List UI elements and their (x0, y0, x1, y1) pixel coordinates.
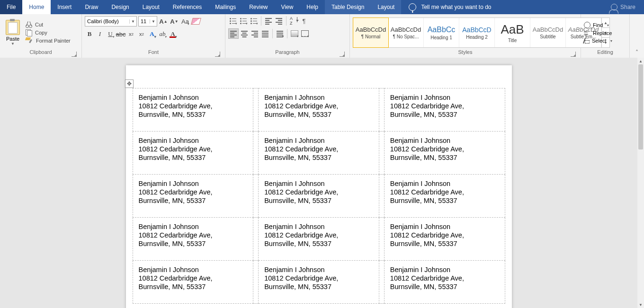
group-label-paragraph: Paragraph (275, 49, 299, 55)
dialog-launcher-icon[interactable] (215, 52, 220, 57)
paste-button[interactable]: Paste ▼ (3, 20, 23, 46)
replace-button[interactable]: Replace (584, 30, 613, 36)
sort-button[interactable] (289, 16, 298, 26)
grow-font-button[interactable]: A▲ (159, 17, 168, 26)
address-street: 10812 Cedarbridge Ave, (139, 188, 248, 196)
scroll-down-button[interactable]: ▼ (637, 301, 644, 308)
label-cell[interactable]: Benjamin I Johnson10812 Cedarbridge Ave,… (384, 132, 505, 175)
tab-table-design[interactable]: Table Design (325, 0, 371, 14)
font-color-button[interactable]: A (168, 29, 178, 39)
label-cell[interactable]: Benjamin I Johnson10812 Cedarbridge Ave,… (133, 261, 253, 304)
label-cell[interactable]: Benjamin I Johnson10812 Cedarbridge Ave,… (133, 88, 253, 132)
address-street: 10812 Cedarbridge Ave, (264, 102, 373, 110)
tab-references[interactable]: References (166, 0, 208, 14)
address-name: Benjamin I Johnson (390, 93, 499, 102)
style-title[interactable]: AaBTitle (495, 18, 530, 47)
label-cell[interactable]: Benjamin I Johnson10812 Cedarbridge Ave,… (384, 175, 505, 218)
bullets-button[interactable] (228, 16, 238, 26)
label-cell[interactable]: Benjamin I Johnson10812 Cedarbridge Ave,… (384, 88, 505, 132)
chevron-down-icon[interactable]: ▼ (129, 19, 136, 24)
table-move-handle[interactable]: ✥ (125, 79, 134, 88)
label-cell[interactable]: Benjamin I Johnson10812 Cedarbridge Ave,… (259, 261, 379, 304)
chevron-down-icon[interactable]: ▼ (606, 24, 609, 27)
vertical-scrollbar[interactable]: ▲ ▼ (637, 58, 644, 308)
shading-button[interactable] (290, 29, 299, 38)
align-center-button[interactable] (240, 29, 249, 38)
style--no-spac-[interactable]: AaBbCcDd¶ No Spac... (388, 18, 424, 47)
strikethrough-button[interactable]: abc (116, 29, 125, 39)
labels-table[interactable]: Benjamin I Johnson10812 Cedarbridge Ave,… (133, 88, 505, 304)
label-gap (253, 132, 259, 175)
group-styles: AaBbCcDd¶ NormalAaBbCcDd¶ No Spac...AaBb… (350, 14, 581, 58)
label-cell[interactable]: Benjamin I Johnson10812 Cedarbridge Ave,… (259, 132, 379, 175)
label-cell[interactable]: Benjamin I Johnson10812 Cedarbridge Ave,… (259, 175, 379, 218)
tab-help[interactable]: Help (300, 0, 325, 14)
align-right-button[interactable] (250, 29, 259, 38)
font-size-combo[interactable]: 11▼ (138, 16, 157, 26)
chevron-down-icon[interactable]: ▼ (610, 39, 613, 43)
tab-layout[interactable]: Layout (136, 0, 166, 14)
bold-button[interactable]: B (85, 29, 94, 39)
decrease-indent-button[interactable] (264, 16, 273, 26)
increase-indent-button[interactable] (274, 16, 284, 26)
subscript-button[interactable]: x2 (126, 29, 136, 39)
scroll-up-button[interactable]: ▲ (637, 58, 644, 64)
dialog-launcher-icon[interactable] (340, 52, 345, 57)
tab-review[interactable]: Review (242, 0, 274, 14)
font-name-combo[interactable]: Calibri (Body)▼ (85, 16, 137, 26)
shrink-font-button[interactable]: A▼ (170, 17, 179, 26)
scroll-track[interactable] (637, 64, 644, 301)
document-canvas[interactable]: ✥ Benjamin I Johnson10812 Cedarbridge Av… (0, 58, 637, 308)
tab-draw[interactable]: Draw (78, 0, 105, 14)
label-cell[interactable]: Benjamin I Johnson10812 Cedarbridge Ave,… (133, 132, 253, 175)
text-effects-button[interactable]: A (147, 29, 157, 39)
tab-design[interactable]: Design (105, 0, 135, 14)
change-case-button[interactable]: Aa (180, 17, 190, 26)
italic-button[interactable]: I (95, 29, 105, 39)
style-heading-2[interactable]: AaBbCcDHeading 2 (459, 18, 495, 47)
label-cell[interactable]: Benjamin I Johnson10812 Cedarbridge Ave,… (384, 218, 505, 261)
borders-button[interactable] (300, 29, 310, 38)
label-cell[interactable]: Benjamin I Johnson10812 Cedarbridge Ave,… (259, 88, 379, 132)
scroll-thumb[interactable] (638, 64, 643, 150)
tab-file[interactable]: File (0, 0, 22, 14)
numbering-button[interactable] (239, 16, 248, 26)
format-painter-button[interactable]: Format Painter (26, 37, 71, 44)
style--normal[interactable]: AaBbCcDd¶ Normal (353, 18, 389, 48)
select-button[interactable]: Select▼ (584, 38, 613, 44)
style-subtitle[interactable]: AaBbCcDdSubtitle (530, 18, 566, 47)
align-left-button[interactable] (228, 28, 239, 39)
chevron-down-icon[interactable]: ▼ (3, 42, 23, 46)
multilevel-list-button[interactable] (249, 16, 259, 26)
address-name: Benjamin I Johnson (264, 136, 373, 145)
label-cell[interactable]: Benjamin I Johnson10812 Cedarbridge Ave,… (384, 261, 505, 304)
copy-button[interactable]: Copy (26, 29, 71, 36)
dialog-launcher-icon[interactable] (571, 52, 576, 57)
tab-home[interactable]: Home (22, 0, 51, 14)
highlight-button[interactable]: ab (158, 29, 167, 39)
collapse-ribbon-button[interactable]: ˄ (630, 14, 644, 58)
dialog-launcher-icon[interactable] (72, 52, 77, 57)
show-marks-button[interactable]: ¶ (299, 16, 309, 26)
style-preview: AaBbCc (428, 26, 456, 34)
label-cell[interactable]: Benjamin I Johnson10812 Cedarbridge Ave,… (133, 175, 253, 218)
clear-formatting-button[interactable] (191, 17, 201, 26)
address-name: Benjamin I Johnson (390, 136, 499, 145)
find-button[interactable]: Find▼ (584, 22, 613, 28)
cut-button[interactable]: Cut (26, 21, 71, 28)
address-city: Burnsville, MN, 55337 (390, 282, 499, 291)
tab-view[interactable]: View (275, 0, 300, 14)
superscript-button[interactable]: x2 (137, 29, 146, 39)
tell-me-search[interactable]: Tell me what you want to do (401, 0, 602, 14)
tab-mailings[interactable]: Mailings (208, 0, 242, 14)
label-cell[interactable]: Benjamin I Johnson10812 Cedarbridge Ave,… (259, 218, 379, 261)
style-heading-1[interactable]: AaBbCcHeading 1 (424, 18, 459, 47)
tab-insert[interactable]: Insert (51, 0, 78, 14)
line-spacing-button[interactable] (275, 29, 285, 38)
underline-button[interactable]: U (106, 29, 115, 39)
chevron-down-icon[interactable]: ▼ (150, 19, 157, 24)
label-cell[interactable]: Benjamin I Johnson10812 Cedarbridge Ave,… (133, 218, 253, 261)
tab-layout-table[interactable]: Layout (371, 0, 401, 14)
justify-button[interactable] (260, 29, 270, 38)
share-button[interactable]: Share (602, 0, 644, 14)
